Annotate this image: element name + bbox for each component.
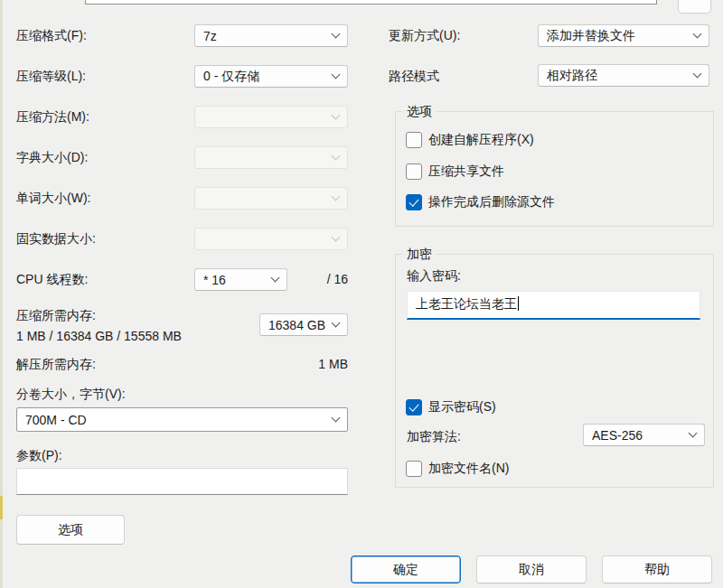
options-button-label: 选项 [58, 522, 83, 538]
chevron-down-icon [332, 152, 341, 161]
update-mode-value: 添加并替换文件 [547, 28, 635, 44]
delete-after-label: 操作完成后删除源文件 [428, 194, 555, 210]
word-size-combobox [194, 187, 348, 210]
cpu-threads-max: / 16 [321, 272, 348, 286]
encrypt-filenames-label: 加密文件名(N) [428, 461, 509, 477]
format-value: 7z [203, 29, 217, 43]
checkbox-icon [406, 163, 422, 180]
chevron-down-icon [332, 192, 341, 201]
memory-limit-combobox[interactable]: 16384 GB [259, 313, 348, 336]
create-sfx-label: 创建自解压程序(X) [428, 132, 534, 148]
options-button[interactable]: 选项 [16, 515, 125, 545]
method-label: 压缩方法(M): [16, 109, 89, 126]
help-button[interactable]: 帮助 [602, 555, 712, 583]
volume-size-label: 分卷大小，字节(V): [16, 387, 126, 403]
encryption-method-label: 加密算法: [407, 429, 461, 445]
chevron-down-icon [332, 414, 341, 423]
level-value: 0 - 仅存储 [203, 69, 259, 85]
archive-name-input[interactable] [85, 0, 657, 5]
ok-button[interactable]: 确定 [351, 555, 461, 583]
path-mode-combobox[interactable]: 相对路径 [538, 64, 709, 87]
screen-edge-artifact-highlight [0, 496, 3, 519]
ok-button-label: 确定 [393, 562, 418, 578]
encryption-method-combobox[interactable]: AES-256 [583, 424, 705, 446]
cpu-threads-value: * 16 [203, 273, 226, 287]
parameters-label: 参数(P): [16, 448, 62, 464]
solid-size-label: 固实数据大小: [16, 231, 96, 247]
memory-limit-value: 16384 GB [268, 318, 325, 332]
cpu-threads-label: CPU 线程数: [16, 272, 88, 288]
format-label: 压缩格式(F): [16, 28, 87, 44]
chevron-down-icon [332, 233, 341, 242]
encryption-groupbox: 加密 [395, 254, 714, 488]
compress-memory-detail: 1 MB / 16384 GB / 15558 MB [16, 329, 182, 343]
compress-memory-label: 压缩所需内存: [16, 308, 96, 324]
cpu-threads-combobox[interactable]: * 16 [194, 268, 287, 291]
add-to-archive-dialog: 压缩格式(F): 7z 压缩等级(L): 0 - 仅存储 压缩方法(M): 字典… [0, 0, 723, 588]
volume-size-combobox[interactable]: 700M - CD [16, 407, 348, 432]
delete-after-checkbox[interactable]: 操作完成后删除源文件 [406, 194, 555, 210]
checkbox-icon [406, 132, 422, 148]
path-mode-label: 路径模式 [389, 69, 439, 85]
checkbox-icon [406, 399, 422, 415]
create-sfx-checkbox[interactable]: 创建自解压程序(X) [406, 132, 534, 148]
password-input[interactable]: 上老王论坛当老王 [407, 291, 700, 320]
level-label: 压缩等级(L): [16, 69, 86, 85]
method-combobox [194, 106, 348, 128]
format-combobox[interactable]: 7z [194, 24, 348, 47]
decompress-memory-label: 解压所需内存: [16, 357, 96, 373]
browse-button[interactable] [678, 0, 711, 14]
encrypt-filenames-checkbox[interactable]: 加密文件名(N) [406, 461, 509, 477]
text-caret [518, 296, 519, 311]
level-combobox[interactable]: 0 - 仅存储 [194, 65, 348, 88]
encryption-group-title: 加密 [402, 247, 437, 263]
chevron-down-icon [332, 111, 341, 120]
dictionary-combobox [194, 146, 348, 169]
help-button-label: 帮助 [644, 562, 670, 578]
decompress-memory-value: 1 MB [258, 357, 348, 371]
checkbox-icon [406, 194, 422, 210]
compress-shared-label: 压缩共享文件 [428, 163, 504, 180]
chevron-down-icon [332, 30, 341, 39]
chevron-down-icon [332, 70, 341, 79]
encryption-method-value: AES-256 [592, 428, 643, 443]
show-password-label: 显示密码(S) [428, 399, 496, 415]
chevron-down-icon [689, 429, 698, 438]
path-mode-value: 相对路径 [547, 68, 597, 84]
password-label: 输入密码: [407, 268, 461, 285]
checkbox-icon [406, 461, 422, 477]
password-value: 上老王论坛当老王 [416, 296, 517, 311]
solid-size-combobox [194, 228, 348, 250]
dictionary-label: 字典大小(D): [16, 150, 88, 166]
volume-size-value: 700M - CD [25, 413, 87, 427]
update-mode-combobox[interactable]: 添加并替换文件 [538, 24, 709, 47]
chevron-down-icon [271, 274, 280, 283]
chevron-down-icon [693, 30, 702, 39]
cancel-button-label: 取消 [519, 562, 544, 578]
chevron-down-icon [332, 319, 341, 328]
compress-shared-checkbox[interactable]: 压缩共享文件 [406, 163, 504, 180]
word-size-label: 单词大小(W): [16, 191, 90, 207]
update-mode-label: 更新方式(U): [389, 28, 460, 44]
chevron-down-icon [693, 70, 702, 79]
show-password-checkbox[interactable]: 显示密码(S) [406, 399, 496, 415]
cancel-button[interactable]: 取消 [476, 555, 587, 583]
parameters-input[interactable] [16, 468, 348, 495]
options-group-title: 选项 [402, 104, 437, 120]
